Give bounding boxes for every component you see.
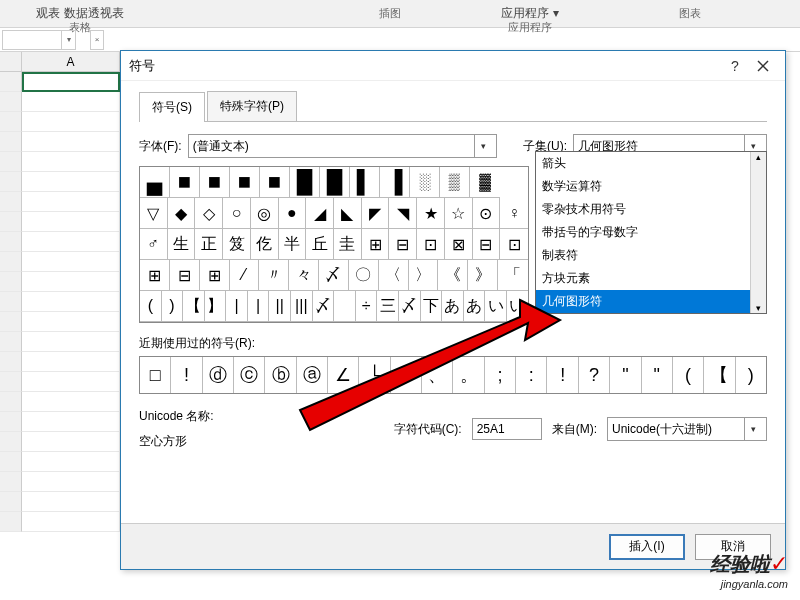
row-header[interactable] <box>0 452 22 472</box>
symbol-cell[interactable]: ÷ <box>356 291 378 322</box>
row-header[interactable] <box>0 372 22 392</box>
symbol-cell[interactable]: ⊙ <box>473 198 501 229</box>
recent-symbol-cell[interactable]: ⓐ <box>297 357 328 393</box>
cell[interactable] <box>22 412 120 432</box>
symbol-cell[interactable]: 〆 <box>313 291 335 322</box>
symbol-cell[interactable]: ▌ <box>350 167 380 198</box>
row-header[interactable] <box>0 292 22 312</box>
ribbon-group-apps[interactable]: 应用程序 ▾ <box>501 6 558 20</box>
recent-symbol-cell[interactable]: ⓒ <box>234 357 265 393</box>
row-header[interactable] <box>0 272 22 292</box>
recent-symbol-cell[interactable]: ⓓ <box>203 357 234 393</box>
row-header[interactable] <box>0 392 22 412</box>
symbol-cell[interactable]: ▒ <box>440 167 470 198</box>
cell[interactable] <box>22 152 120 172</box>
cell[interactable] <box>22 452 120 472</box>
symbol-cell[interactable]: ▽ <box>140 198 168 229</box>
symbol-cell[interactable]: ♀ <box>500 198 528 229</box>
recent-symbol-cell[interactable]: : <box>516 357 547 393</box>
symbol-cell[interactable]: 正 <box>195 229 223 260</box>
symbol-cell[interactable]: 々 <box>289 260 319 291</box>
recent-symbol-cell[interactable]: ， <box>391 357 422 393</box>
symbol-cell[interactable]: ⊡ <box>417 229 445 260</box>
symbol-cell[interactable]: 】 <box>205 291 227 322</box>
recent-symbol-cell[interactable]: 。 <box>453 357 484 393</box>
symbol-cell[interactable]: ⊞ <box>200 260 230 291</box>
row-header[interactable] <box>0 492 22 512</box>
cell[interactable] <box>22 372 120 392</box>
row-header[interactable] <box>0 232 22 252</box>
symbol-cell[interactable]: ▓ <box>470 167 500 198</box>
symbol-cell[interactable]: ◇ <box>195 198 223 229</box>
cell[interactable] <box>22 232 120 252</box>
cell[interactable] <box>22 332 120 352</box>
symbol-cell[interactable]: ◥ <box>389 198 417 229</box>
symbol-cell[interactable]: ( <box>140 291 162 322</box>
symbol-cell[interactable]: 》 <box>468 260 498 291</box>
symbol-cell[interactable]: 生 <box>168 229 196 260</box>
cell-a1[interactable] <box>22 72 120 92</box>
symbol-cell[interactable]: ☆ <box>445 198 473 229</box>
recent-symbol-cell[interactable]: ( <box>673 357 704 393</box>
insert-button[interactable]: 插入(I) <box>609 534 685 560</box>
dropdown-item[interactable]: 箭头 <box>536 152 766 175</box>
symbol-cell[interactable]: 〆 <box>399 291 421 322</box>
column-header-a[interactable]: A <box>22 52 120 72</box>
symbol-cell[interactable]: 〈 <box>379 260 409 291</box>
symbol-cell[interactable]: ||| <box>291 291 313 322</box>
symbol-cell[interactable]: ■ <box>260 167 290 198</box>
cell[interactable] <box>22 292 120 312</box>
symbol-cell[interactable]: あ <box>442 291 464 322</box>
tab-special-chars[interactable]: 特殊字符(P) <box>207 91 297 121</box>
symbol-cell[interactable]: い <box>507 291 528 322</box>
symbol-cell[interactable]: ◤ <box>362 198 390 229</box>
dropdown-item[interactable]: 带括号的字母数字 <box>536 221 766 244</box>
cell[interactable] <box>22 352 120 372</box>
symbol-cell[interactable]: ■ <box>170 167 200 198</box>
symbol-cell[interactable]: 〃 <box>259 260 289 291</box>
row-header[interactable] <box>0 152 22 172</box>
symbol-cell[interactable]: 〉 <box>409 260 439 291</box>
cell[interactable] <box>22 172 120 192</box>
row-header[interactable] <box>0 252 22 272</box>
symbol-cell[interactable]: 三 <box>377 291 399 322</box>
recent-symbol-cell[interactable]: ! <box>547 357 578 393</box>
row-header[interactable] <box>0 212 22 232</box>
row-header[interactable] <box>0 192 22 212</box>
dropdown-item[interactable]: 零杂技术用符号 <box>536 198 766 221</box>
cell[interactable] <box>22 132 120 152</box>
row-header[interactable] <box>0 472 22 492</box>
symbol-cell[interactable]: 笈 <box>223 229 251 260</box>
symbol-cell[interactable]: ◢ <box>306 198 334 229</box>
row-header[interactable] <box>0 172 22 192</box>
symbol-cell[interactable]: 〆 <box>319 260 349 291</box>
symbol-cell[interactable]: 〇 <box>349 260 379 291</box>
cell[interactable] <box>22 392 120 412</box>
dialog-close-button[interactable] <box>749 54 777 78</box>
select-all-corner[interactable] <box>0 52 22 72</box>
cell[interactable] <box>22 212 120 232</box>
cell[interactable] <box>22 112 120 132</box>
dialog-help-button[interactable]: ? <box>721 54 749 78</box>
name-box[interactable] <box>2 30 62 50</box>
fx-cancel[interactable]: × <box>90 30 104 50</box>
symbol-cell[interactable]: █ <box>290 167 320 198</box>
name-box-dropdown[interactable]: ▾ <box>62 30 76 50</box>
cell[interactable] <box>22 492 120 512</box>
row-header[interactable] <box>0 92 22 112</box>
symbol-cell[interactable]: ⊟ <box>473 229 501 260</box>
cell[interactable] <box>22 252 120 272</box>
symbol-cell[interactable]: ○ <box>223 198 251 229</box>
dropdown-item[interactable]: 几何图形符 <box>536 290 766 313</box>
symbol-cell[interactable]: | <box>226 291 248 322</box>
symbol-cell[interactable]: ★ <box>417 198 445 229</box>
recent-symbol-cell[interactable]: □ <box>140 357 171 393</box>
symbol-cell[interactable]: 下 <box>421 291 443 322</box>
dropdown-item[interactable]: 方块元素 <box>536 267 766 290</box>
recent-symbol-cell[interactable]: ) <box>736 357 766 393</box>
symbol-cell[interactable]: 「 <box>498 260 528 291</box>
symbol-cell[interactable]: ░ <box>410 167 440 198</box>
row-header[interactable] <box>0 72 22 92</box>
recent-symbol-cell[interactable]: ? <box>579 357 610 393</box>
row-header[interactable] <box>0 512 22 532</box>
